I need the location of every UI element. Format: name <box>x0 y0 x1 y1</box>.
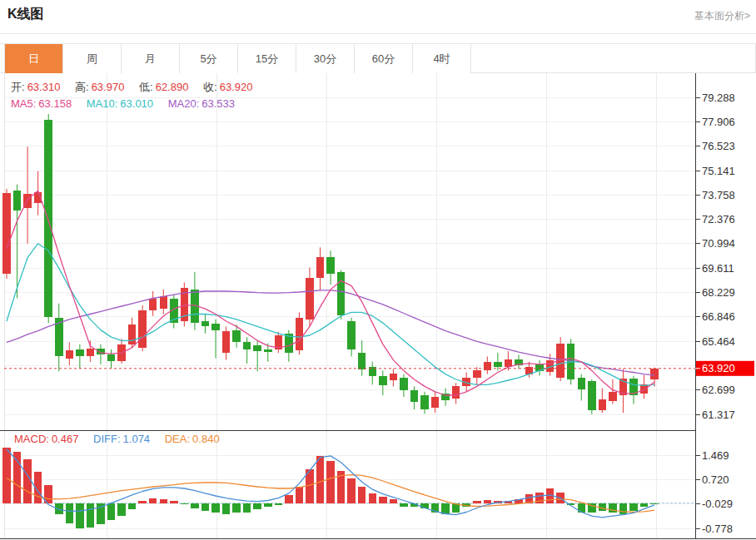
page-title: K线图 <box>7 6 44 23</box>
tab-60min[interactable]: 60分 <box>355 44 413 73</box>
svg-text:66.846: 66.846 <box>702 310 735 323</box>
tab-week[interactable]: 周 <box>63 44 122 73</box>
tab-day[interactable]: 日 <box>5 44 63 73</box>
tab-15min[interactable]: 15分 <box>238 44 296 73</box>
kline-widget: K线图 基本面分析> 日 周 月 5分 15分 30分 60分 4时 开:63.… <box>0 0 756 540</box>
svg-text:72.376: 72.376 <box>702 213 735 225</box>
tabbar-empty-cell <box>471 44 756 72</box>
svg-text:73.758: 73.758 <box>702 189 735 201</box>
svg-text:61.317: 61.317 <box>702 409 735 421</box>
svg-text:70.994: 70.994 <box>702 237 735 250</box>
svg-text:62.699: 62.699 <box>702 384 735 396</box>
svg-text:1.469: 1.469 <box>702 449 729 462</box>
tab-5min[interactable]: 5分 <box>180 44 238 73</box>
header-divider <box>0 33 756 34</box>
chart-plot-area[interactable]: 79.28877.90676.52375.14173.75872.37670.9… <box>0 73 756 540</box>
period-tab-bar: 日 周 月 5分 15分 30分 60分 4时 <box>0 43 756 73</box>
svg-text:75.141: 75.141 <box>702 165 735 177</box>
svg-text:69.611: 69.611 <box>702 262 734 275</box>
svg-text:-0.778: -0.778 <box>702 523 733 535</box>
kline-chart[interactable]: 79.28877.90676.52375.14173.75872.37670.9… <box>0 73 756 540</box>
svg-text:76.523: 76.523 <box>702 140 735 152</box>
tab-4hour[interactable]: 4时 <box>413 44 471 73</box>
svg-text:79.288: 79.288 <box>702 92 735 104</box>
svg-text:63.920: 63.920 <box>702 362 735 374</box>
fundamental-analysis-link[interactable]: 基本面分析> <box>694 9 750 23</box>
svg-text:65.464: 65.464 <box>702 335 735 348</box>
svg-text:0.720: 0.720 <box>702 473 729 486</box>
svg-text:68.229: 68.229 <box>702 286 735 299</box>
tab-30min[interactable]: 30分 <box>296 44 355 73</box>
svg-text:77.906: 77.906 <box>702 116 735 128</box>
tab-month[interactable]: 月 <box>122 44 180 73</box>
svg-text:-0.029: -0.029 <box>702 498 733 510</box>
